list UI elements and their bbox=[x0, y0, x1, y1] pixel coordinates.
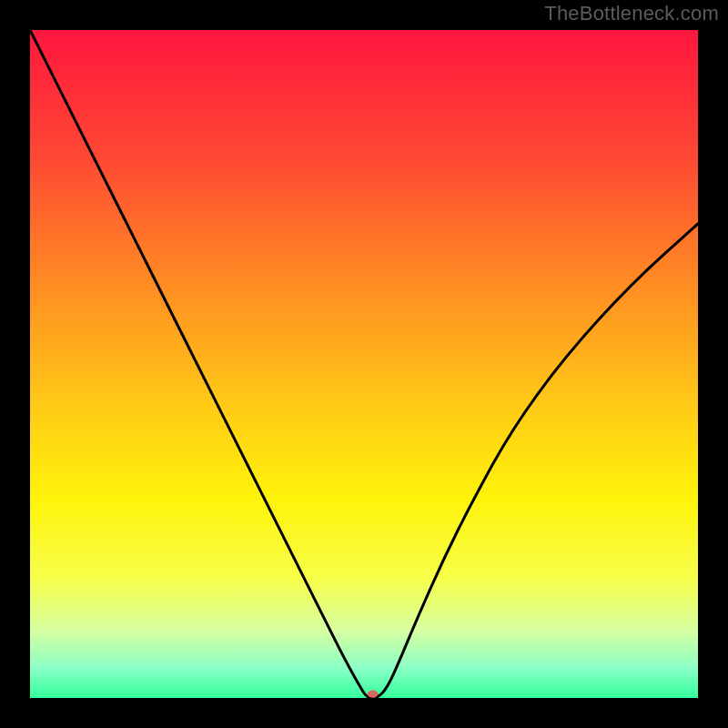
gradient-background bbox=[30, 30, 698, 698]
bottleneck-chart-svg bbox=[30, 30, 698, 698]
watermark-text: TheBottleneck.com bbox=[544, 2, 719, 25]
plot-area bbox=[30, 30, 698, 698]
optimal-point-marker bbox=[368, 690, 379, 697]
chart-frame: TheBottleneck.com bbox=[0, 0, 728, 728]
